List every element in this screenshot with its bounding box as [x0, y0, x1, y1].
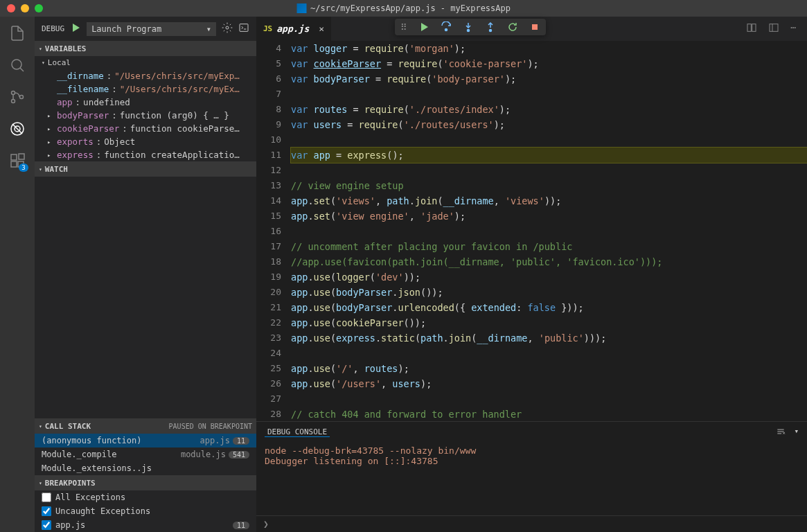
line-number[interactable]: 11 — [256, 148, 281, 163]
line-number[interactable]: 7 — [256, 87, 281, 102]
callstack-frame[interactable]: (anonymous function)app.js11 — [35, 434, 256, 447]
debug-console-tab[interactable]: DEBUG CONSOLE — [265, 427, 330, 437]
gutter[interactable]: 4567891011121314151617181920212223242526… — [256, 41, 291, 421]
callstack-frame[interactable]: Module._compilemodule.js541 — [35, 447, 256, 461]
variable-row[interactable]: __dirname: "/Users/chris/src/myExp… — [35, 69, 256, 82]
callstack-frame[interactable]: Module._extensions..js — [35, 461, 256, 475]
line-number[interactable]: 25 — [256, 361, 281, 376]
code-line[interactable] — [291, 132, 807, 148]
line-number[interactable]: 4 — [256, 41, 281, 56]
line-number[interactable]: 14 — [256, 193, 281, 209]
code-line[interactable]: app.use('/users', users); — [291, 376, 807, 391]
step-out-button[interactable] — [485, 21, 496, 33]
clear-console-icon[interactable] — [776, 427, 786, 438]
breakpoint-row[interactable]: app.js11 — [35, 518, 256, 532]
code-line[interactable] — [291, 87, 807, 102]
code-line[interactable] — [291, 391, 807, 407]
restart-button[interactable] — [507, 21, 518, 33]
code-line[interactable]: // view engine setup — [291, 178, 807, 193]
variable-row[interactable]: __filename: "/Users/chris/src/myEx… — [35, 82, 256, 96]
variable-row[interactable]: ▸cookieParser: function cookieParse… — [35, 122, 256, 135]
continue-button[interactable] — [418, 21, 429, 33]
code-body[interactable]: var logger = require('morgan');var cooki… — [291, 41, 807, 421]
breakpoint-checkbox[interactable] — [42, 520, 51, 530]
line-number[interactable]: 8 — [256, 102, 281, 117]
code-line[interactable]: var bodyParser = require('body-parser'); — [291, 71, 807, 87]
explorer-icon[interactable] — [8, 24, 27, 43]
code-line[interactable]: app.use(cookieParser()); — [291, 315, 807, 330]
step-into-button[interactable] — [463, 21, 474, 33]
editor-tab-appjs[interactable]: JS app.js × — [256, 17, 331, 41]
breakpoint-checkbox[interactable] — [42, 506, 51, 516]
variables-scope-local[interactable]: ▾ Local — [35, 56, 256, 69]
debug-console-output[interactable]: node --debug-brk=43785 --nolazy bin/wwwD… — [256, 443, 807, 515]
code-line[interactable]: app.use(logger('dev')); — [291, 269, 807, 285]
code-line[interactable]: var users = require('./routes/users'); — [291, 117, 807, 132]
window-minimize-button[interactable] — [21, 4, 29, 12]
line-number[interactable]: 5 — [256, 56, 281, 71]
debug-console-input[interactable]: ❯ — [256, 515, 807, 532]
window-maximize-button[interactable] — [35, 4, 43, 12]
line-number[interactable]: 18 — [256, 254, 281, 269]
line-number[interactable]: 12 — [256, 163, 281, 178]
search-icon[interactable] — [8, 55, 27, 75]
callstack-header[interactable]: ▾ CALL STACK PAUSED ON BREAKPOINT — [35, 418, 256, 434]
debug-toolbar[interactable]: ⠿ — [395, 19, 546, 35]
code-line[interactable]: // catch 404 and forward to error handle… — [291, 407, 807, 421]
code-line[interactable] — [291, 224, 807, 239]
code-line[interactable]: // uncomment after placing your favicon … — [291, 239, 807, 254]
line-number[interactable]: 19 — [256, 269, 281, 285]
debug-icon[interactable] — [8, 119, 27, 139]
code-line[interactable]: var cookieParser = require('cookie-parse… — [291, 56, 807, 71]
breakpoint-checkbox[interactable] — [42, 493, 51, 502]
breakpoint-row[interactable]: All Exceptions — [35, 490, 256, 504]
line-number[interactable]: 13 — [256, 178, 281, 193]
line-number[interactable]: 21 — [256, 300, 281, 315]
code-line[interactable] — [291, 346, 807, 361]
line-number[interactable]: 22 — [256, 315, 281, 330]
line-number[interactable]: 23 — [256, 330, 281, 346]
step-over-button[interactable] — [441, 21, 452, 33]
line-number[interactable]: 6 — [256, 71, 281, 87]
window-close-button[interactable] — [7, 4, 15, 12]
line-number[interactable]: 20 — [256, 285, 281, 300]
extensions-icon[interactable]: 3 — [8, 151, 27, 170]
stop-button[interactable] — [529, 21, 540, 33]
line-number[interactable]: 26 — [256, 376, 281, 391]
source-control-icon[interactable] — [8, 87, 27, 107]
code-line[interactable]: var logger = require('morgan'); — [291, 41, 807, 56]
code-line[interactable]: var routes = require('./routes/index'); — [291, 102, 807, 117]
line-number[interactable]: 24 — [256, 346, 281, 361]
variable-row[interactable]: app: undefined — [35, 96, 256, 109]
close-icon[interactable]: × — [319, 24, 324, 34]
layout-icon[interactable] — [768, 22, 779, 35]
code-line[interactable]: app.use(express.static(path.join(__dirna… — [291, 330, 807, 346]
variable-row[interactable]: ▸exports: Object — [35, 135, 256, 148]
console-icon[interactable] — [238, 22, 249, 35]
variable-row[interactable]: ▸bodyParser: function (arg0) { … } — [35, 109, 256, 122]
debug-config-dropdown[interactable]: Launch Program ▾ — [87, 22, 216, 36]
variables-header[interactable]: ▾ VARIABLES — [35, 41, 256, 56]
code-line[interactable]: app.set('views', path.join(__dirname, 'v… — [291, 193, 807, 209]
code-line[interactable]: app.use(bodyParser.json()); — [291, 285, 807, 300]
line-number[interactable]: 27 — [256, 391, 281, 407]
watch-header[interactable]: ▾ WATCH — [35, 161, 256, 177]
line-number[interactable]: 17 — [256, 239, 281, 254]
breakpoint-row[interactable]: Uncaught Exceptions — [35, 504, 256, 518]
split-editor-icon[interactable] — [746, 22, 757, 35]
editor[interactable]: 4567891011121314151617181920212223242526… — [256, 41, 807, 421]
variable-row[interactable]: ▸express: function createApplicatio… — [35, 148, 256, 161]
start-debug-button[interactable] — [70, 22, 81, 35]
chevron-down-icon[interactable]: ▾ — [794, 427, 799, 438]
code-line[interactable]: //app.use(favicon(path.join(__dirname, '… — [291, 254, 807, 269]
line-number[interactable]: 9 — [256, 117, 281, 132]
more-icon[interactable]: ⋯ — [790, 22, 796, 35]
breakpoints-header[interactable]: ▾ BREAKPOINTS — [35, 475, 256, 490]
drag-handle-icon[interactable]: ⠿ — [400, 22, 407, 33]
code-line[interactable]: var app = express(); — [291, 148, 807, 163]
code-line[interactable]: app.use(bodyParser.urlencoded({ extended… — [291, 300, 807, 315]
gear-icon[interactable] — [222, 22, 233, 35]
code-line[interactable] — [291, 163, 807, 178]
line-number[interactable]: 16 — [256, 224, 281, 239]
line-number[interactable]: 28 — [256, 407, 281, 421]
